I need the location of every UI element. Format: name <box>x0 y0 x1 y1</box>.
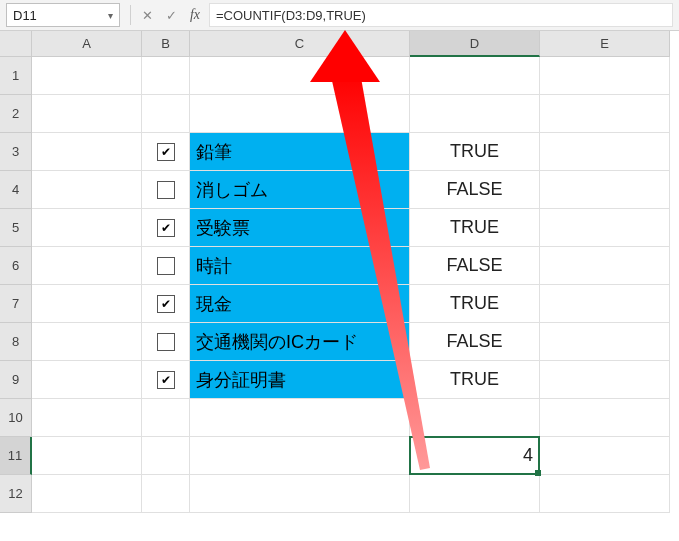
select-all-corner[interactable] <box>0 31 32 57</box>
cell-D10[interactable] <box>410 399 540 437</box>
row-header-12[interactable]: 12 <box>0 475 32 513</box>
cancel-icon[interactable]: ✕ <box>135 4 159 26</box>
cell-E10[interactable] <box>540 399 670 437</box>
cell-D12[interactable] <box>410 475 540 513</box>
row-header-2[interactable]: 2 <box>0 95 32 133</box>
cell-A8[interactable] <box>32 323 142 361</box>
row-header-3[interactable]: 3 <box>0 133 32 171</box>
cell-E4[interactable] <box>540 171 670 209</box>
cell-B2[interactable] <box>142 95 190 133</box>
cell-B11[interactable] <box>142 437 190 475</box>
checkbox[interactable]: ✔ <box>157 295 175 313</box>
cell-D9[interactable]: TRUE <box>410 361 540 399</box>
cell-D8[interactable]: FALSE <box>410 323 540 361</box>
cell-B6[interactable] <box>142 247 190 285</box>
cell-B8[interactable] <box>142 323 190 361</box>
formula-input[interactable]: =COUNTIF(D3:D9,TRUE) <box>209 3 673 27</box>
cell-A1[interactable] <box>32 57 142 95</box>
cell-B5[interactable]: ✔ <box>142 209 190 247</box>
cell-D7[interactable]: TRUE <box>410 285 540 323</box>
item-value: FALSE <box>446 331 502 352</box>
cell-D3[interactable]: TRUE <box>410 133 540 171</box>
name-box-dropdown-icon[interactable]: ▾ <box>108 10 113 21</box>
cell-A7[interactable] <box>32 285 142 323</box>
cell-E9[interactable] <box>540 361 670 399</box>
name-box-value: D11 <box>13 8 37 23</box>
cell-D4[interactable]: FALSE <box>410 171 540 209</box>
column-header-B[interactable]: B <box>142 31 190 57</box>
cell-B4[interactable] <box>142 171 190 209</box>
cell-C2[interactable] <box>190 95 410 133</box>
result-value: 4 <box>523 445 533 466</box>
cell-A10[interactable] <box>32 399 142 437</box>
cell-C9[interactable]: 身分証明書 <box>190 361 410 399</box>
cell-D1[interactable] <box>410 57 540 95</box>
column-header-D[interactable]: D <box>410 31 540 57</box>
cell-A3[interactable] <box>32 133 142 171</box>
cell-A9[interactable] <box>32 361 142 399</box>
cell-E8[interactable] <box>540 323 670 361</box>
cell-A5[interactable] <box>32 209 142 247</box>
cell-A12[interactable] <box>32 475 142 513</box>
row-header-8[interactable]: 8 <box>0 323 32 361</box>
row-header-1[interactable]: 1 <box>0 57 32 95</box>
cell-E12[interactable] <box>540 475 670 513</box>
column-header-A[interactable]: A <box>32 31 142 57</box>
item-value: TRUE <box>450 141 499 162</box>
item-label: 受験票 <box>196 216 250 240</box>
cell-B1[interactable] <box>142 57 190 95</box>
cell-E5[interactable] <box>540 209 670 247</box>
cells-area[interactable]: ✔鉛筆TRUE消しゴムFALSE✔受験票TRUE時計FALSE✔現金TRUE交通… <box>32 57 670 513</box>
cell-C7[interactable]: 現金 <box>190 285 410 323</box>
cell-E7[interactable] <box>540 285 670 323</box>
item-label: 消しゴム <box>196 178 268 202</box>
cell-E2[interactable] <box>540 95 670 133</box>
cell-C5[interactable]: 受験票 <box>190 209 410 247</box>
item-label: 身分証明書 <box>196 368 286 392</box>
row-header-7[interactable]: 7 <box>0 285 32 323</box>
cell-C12[interactable] <box>190 475 410 513</box>
column-header-C[interactable]: C <box>190 31 410 57</box>
cell-D2[interactable] <box>410 95 540 133</box>
checkbox[interactable]: ✔ <box>157 371 175 389</box>
checkbox[interactable] <box>157 181 175 199</box>
name-box[interactable]: D11 ▾ <box>6 3 120 27</box>
enter-icon[interactable]: ✓ <box>159 4 183 26</box>
row-header-9[interactable]: 9 <box>0 361 32 399</box>
row-header-11[interactable]: 11 <box>0 437 32 475</box>
cell-C4[interactable]: 消しゴム <box>190 171 410 209</box>
cell-B7[interactable]: ✔ <box>142 285 190 323</box>
checkbox[interactable]: ✔ <box>157 143 175 161</box>
cell-C10[interactable] <box>190 399 410 437</box>
checkbox[interactable] <box>157 333 175 351</box>
cell-D6[interactable]: FALSE <box>410 247 540 285</box>
row-header-5[interactable]: 5 <box>0 209 32 247</box>
cell-E6[interactable] <box>540 247 670 285</box>
cell-D11[interactable]: 4 <box>410 437 540 475</box>
cell-C1[interactable] <box>190 57 410 95</box>
cell-E3[interactable] <box>540 133 670 171</box>
cell-B3[interactable]: ✔ <box>142 133 190 171</box>
cell-A4[interactable] <box>32 171 142 209</box>
cell-A11[interactable] <box>32 437 142 475</box>
cell-D5[interactable]: TRUE <box>410 209 540 247</box>
insert-function-icon[interactable]: fx <box>183 4 207 26</box>
column-header-E[interactable]: E <box>540 31 670 57</box>
cell-E1[interactable] <box>540 57 670 95</box>
cell-C6[interactable]: 時計 <box>190 247 410 285</box>
row-header-10[interactable]: 10 <box>0 399 32 437</box>
cell-B12[interactable] <box>142 475 190 513</box>
cell-C11[interactable] <box>190 437 410 475</box>
cell-C8[interactable]: 交通機関のICカード <box>190 323 410 361</box>
cell-A2[interactable] <box>32 95 142 133</box>
row-header-4[interactable]: 4 <box>0 171 32 209</box>
cell-A6[interactable] <box>32 247 142 285</box>
row-header-6[interactable]: 6 <box>0 247 32 285</box>
cell-B9[interactable]: ✔ <box>142 361 190 399</box>
checkbox[interactable] <box>157 257 175 275</box>
cell-E11[interactable] <box>540 437 670 475</box>
cell-B10[interactable] <box>142 399 190 437</box>
cell-C3[interactable]: 鉛筆 <box>190 133 410 171</box>
item-label: 時計 <box>196 254 232 278</box>
checkbox[interactable]: ✔ <box>157 219 175 237</box>
